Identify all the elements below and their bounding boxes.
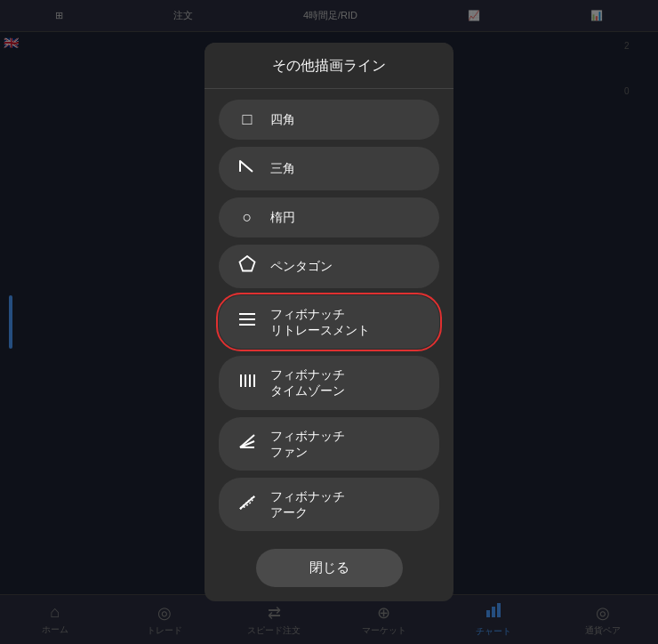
shikaku-label: 四角 — [270, 111, 295, 127]
btn-fib-timezone[interactable]: フィボナッチタイムゾーン — [219, 356, 439, 409]
modal-button-list: □ 四角 三角 ○ 楕円 — [205, 89, 453, 543]
fib-fan-label: フィボナッチファン — [270, 428, 345, 460]
btn-fib-fan[interactable]: フィボナッチファン — [219, 417, 439, 471]
btn-daen[interactable]: ○ 楕円 — [219, 197, 439, 237]
pentagon-icon — [237, 255, 258, 278]
fib-arc-icon — [237, 494, 258, 516]
btn-sankaku[interactable]: 三角 — [219, 147, 439, 190]
btn-fib-retracement[interactable]: フィボナッチリトレースメント — [219, 295, 439, 349]
btn-fib-arc[interactable]: フィボナッチアーク — [219, 478, 439, 531]
modal-overlay[interactable]: その他描画ライン □ 四角 三角 ○ 楕円 — [0, 0, 658, 644]
shikaku-icon: □ — [237, 110, 258, 129]
btn-pentagon[interactable]: ペンタゴン — [219, 245, 439, 288]
sankaku-label: 三角 — [270, 160, 295, 176]
svg-marker-0 — [240, 256, 255, 271]
fib-timezone-label: フィボナッチタイムゾーン — [270, 366, 345, 398]
fib-fan-icon — [237, 432, 258, 455]
close-button[interactable]: 閉じる — [256, 549, 403, 587]
sankaku-icon — [237, 157, 258, 180]
modal-title: その他描画ライン — [205, 43, 453, 89]
modal-panel: その他描画ライン □ 四角 三角 ○ 楕円 — [205, 43, 453, 602]
btn-shikaku[interactable]: □ 四角 — [219, 100, 439, 140]
pentagon-label: ペンタゴン — [270, 258, 333, 274]
fib-retracement-icon — [237, 311, 258, 332]
fib-timezone-icon — [237, 373, 258, 393]
fib-arc-label: フィボナッチアーク — [270, 488, 345, 520]
daen-label: 楕円 — [270, 209, 295, 225]
fib-retracement-label: フィボナッチリトレースメント — [270, 306, 370, 338]
daen-icon: ○ — [237, 208, 258, 227]
